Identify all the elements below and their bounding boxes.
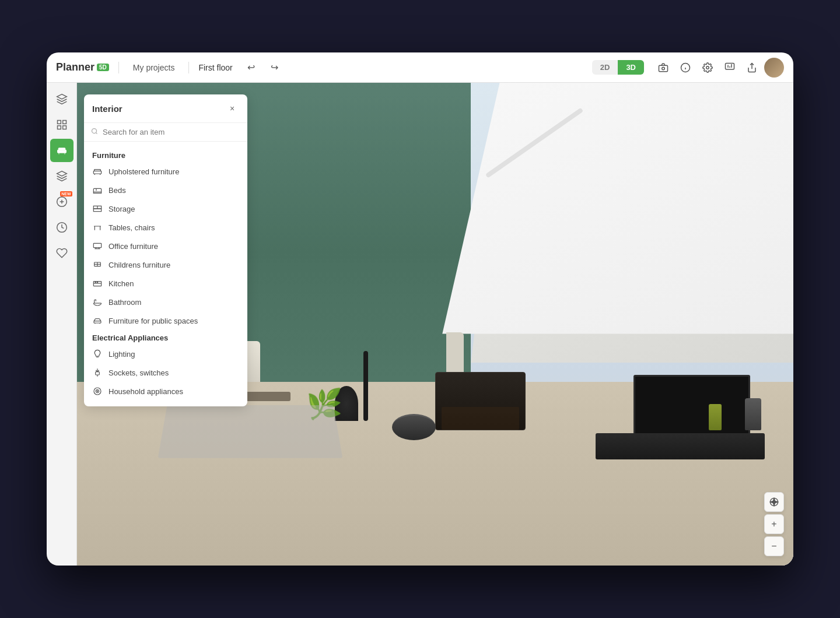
info-button[interactable]: [676, 58, 695, 78]
svg-rect-16: [57, 150, 66, 153]
compass-button[interactable]: [764, 492, 784, 512]
logo: Planner 5D: [56, 61, 109, 73]
nav-divider: [118, 62, 119, 73]
category-electrical-title: Electrical Appliances: [84, 330, 247, 345]
svg-rect-15: [57, 126, 61, 129]
zoom-out-button[interactable]: −: [764, 536, 784, 556]
svg-rect-29: [93, 209, 101, 212]
tv-unit: [596, 433, 765, 459]
menu-item-tables[interactable]: Tables, chairs: [84, 218, 247, 237]
my-projects-link[interactable]: My projects: [128, 61, 180, 75]
svg-rect-25: [93, 171, 101, 174]
pouf: [392, 414, 436, 440]
view-toggle: 2D 3D: [592, 60, 644, 75]
share-button[interactable]: [742, 58, 762, 78]
svg-rect-14: [62, 126, 66, 129]
upholstered-label: Upholstered furniture: [108, 167, 179, 176]
sidebar-icon-rooms[interactable]: [50, 113, 74, 136]
sockets-label: Sockets, switches: [108, 368, 169, 377]
undo-redo-group: ↩ ↪: [242, 58, 284, 77]
bathroom-icon: [92, 297, 103, 307]
sidebar-icon-furniture[interactable]: [50, 139, 74, 162]
redo-button[interactable]: ↪: [265, 58, 284, 77]
nav-divider-2: [188, 62, 189, 73]
panel-title: Interior: [92, 104, 123, 114]
sockets-icon: [92, 367, 103, 378]
menu-item-lighting[interactable]: Lighting: [84, 345, 247, 363]
nav-controls: + −: [764, 492, 784, 556]
stove-pipe: [363, 351, 368, 421]
svg-point-5: [706, 66, 709, 69]
sidebar-icon-new[interactable]: NEW: [50, 190, 74, 213]
office-label: Office furniture: [108, 242, 158, 251]
sidebar-icon-materials[interactable]: [50, 164, 74, 188]
main-area: NEW: [47, 83, 793, 566]
svg-marker-11: [57, 94, 66, 99]
svg-point-57: [97, 391, 97, 391]
menu-item-appliances[interactable]: Household appliances: [84, 382, 247, 401]
kitchen-label: Kitchen: [108, 279, 134, 288]
menu-item-kitchen[interactable]: Kitchen: [84, 274, 247, 293]
settings-button[interactable]: [698, 58, 718, 78]
camera-button[interactable]: [653, 58, 673, 78]
topbar: Planner 5D My projects First floor ↩ ↪ 2…: [47, 52, 793, 83]
childrens-icon: [92, 259, 103, 270]
vase-dark: [745, 398, 761, 430]
app-container: Planner 5D My projects First floor ↩ ↪ 2…: [47, 52, 793, 566]
undo-button[interactable]: ↩: [242, 58, 261, 77]
logo-badge: 5D: [97, 64, 109, 71]
search-icon: [91, 128, 98, 136]
lighting-icon: [92, 349, 103, 359]
svg-rect-0: [659, 65, 668, 72]
svg-rect-12: [57, 121, 61, 124]
menu-item-upholstered[interactable]: Upholstered furniture: [84, 162, 247, 181]
vase-green: [709, 404, 722, 430]
menu-item-public[interactable]: Furniture for public spaces: [84, 311, 247, 330]
view-2d-button[interactable]: 2D: [592, 60, 618, 75]
tables-label: Tables, chairs: [108, 223, 155, 232]
appliances-icon: [92, 386, 103, 396]
search-box: [84, 123, 247, 142]
3d-scene: 🌿: [77, 83, 793, 566]
zoom-out-label: −: [771, 541, 776, 552]
panel-content: Furniture Upholstered furniture Beds: [84, 142, 247, 406]
cabinet-lower: [442, 407, 519, 430]
svg-point-1: [662, 67, 665, 70]
storage-icon: [92, 203, 103, 214]
menu-item-childrens[interactable]: Childrens furniture: [84, 255, 247, 274]
view-3d-button[interactable]: 3D: [618, 60, 644, 75]
storage-label: Storage: [108, 205, 135, 213]
public-icon: [92, 315, 103, 326]
kitchen-icon: [92, 278, 103, 289]
search-input[interactable]: [103, 128, 240, 136]
svg-rect-34: [93, 243, 101, 247]
floor-name[interactable]: First floor: [198, 63, 232, 72]
panel-close-button[interactable]: ×: [225, 101, 239, 115]
menu-item-bathroom[interactable]: Bathroom: [84, 293, 247, 311]
interior-panel: Interior × Furniture: [84, 94, 247, 406]
stats-button[interactable]: [720, 58, 740, 78]
panel-header: Interior ×: [84, 94, 247, 123]
childrens-label: Childrens furniture: [108, 261, 170, 269]
upholstered-icon: [92, 166, 103, 177]
beds-icon: [92, 185, 103, 195]
svg-rect-13: [62, 121, 66, 124]
sidebar-icon-clock[interactable]: [50, 216, 74, 239]
menu-item-storage[interactable]: Storage: [84, 199, 247, 218]
svg-point-44: [97, 282, 97, 283]
category-furniture-title: Furniture: [84, 148, 247, 162]
left-sidebar: NEW: [47, 83, 77, 566]
new-badge-label: NEW: [60, 191, 72, 196]
sidebar-icon-favorites[interactable]: [50, 241, 74, 265]
appliances-label: Household appliances: [108, 387, 183, 396]
menu-item-beds[interactable]: Beds: [84, 181, 247, 199]
sidebar-icon-floorplan[interactable]: [50, 87, 74, 111]
topbar-actions: [653, 58, 784, 78]
menu-item-office[interactable]: Office furniture: [84, 237, 247, 255]
zoom-in-button[interactable]: +: [764, 514, 784, 534]
lighting-label: Lighting: [108, 350, 135, 359]
menu-item-sockets[interactable]: Sockets, switches: [84, 363, 247, 382]
avatar[interactable]: [764, 58, 784, 78]
beds-label: Beds: [108, 186, 126, 195]
public-label: Furniture for public spaces: [108, 317, 198, 325]
